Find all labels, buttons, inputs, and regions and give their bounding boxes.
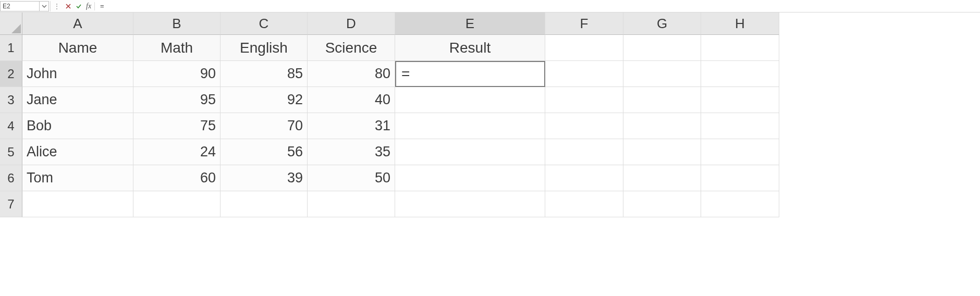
name-box-wrap [0,1,51,11]
cell-E1[interactable]: Result [395,35,545,61]
cell-G3[interactable] [623,87,701,113]
cell-B3[interactable]: 95 [133,87,220,113]
cell-F7[interactable] [545,191,623,217]
cell-A4[interactable]: Bob [22,113,133,139]
cell-G2[interactable] [623,61,701,87]
cell-D7[interactable] [308,191,395,217]
cell-H7[interactable] [701,191,779,217]
col-header-D[interactable]: D [308,13,395,35]
cell-F1[interactable] [545,35,623,61]
select-all-corner[interactable] [0,13,22,35]
name-box-dropdown[interactable] [40,1,49,11]
cell-D5[interactable]: 35 [308,139,395,165]
cell-D2[interactable]: 80 [308,61,395,87]
cell-A5[interactable]: Alice [22,139,133,165]
col-header-B[interactable]: B [133,13,220,35]
formula-input[interactable] [95,0,980,12]
cancel-button[interactable] [63,1,74,11]
row-header-3[interactable]: 3 [0,87,22,113]
cell-B7[interactable] [133,191,220,217]
cell-E5[interactable] [395,139,545,165]
formula-bar: ⋮ fx [0,0,980,13]
cell-E6[interactable] [395,165,545,191]
cell-E3[interactable] [395,87,545,113]
cell-A3[interactable]: Jane [22,87,133,113]
enter-button[interactable] [74,1,84,11]
cell-C6[interactable]: 39 [220,165,308,191]
row-header-4[interactable]: 4 [0,113,22,139]
cell-H2[interactable] [701,61,779,87]
cell-D3[interactable]: 40 [308,87,395,113]
cell-F4[interactable] [545,113,623,139]
col-header-F[interactable]: F [545,13,623,35]
row-header-6[interactable]: 6 [0,165,22,191]
cell-D6[interactable]: 50 [308,165,395,191]
cell-B4[interactable]: 75 [133,113,220,139]
name-box[interactable] [0,1,40,11]
row-header-5[interactable]: 5 [0,139,22,165]
cell-H5[interactable] [701,139,779,165]
cell-H1[interactable] [701,35,779,61]
chevron-down-icon [42,4,47,8]
cell-A7[interactable] [22,191,133,217]
cell-G4[interactable] [623,113,701,139]
cell-E7[interactable] [395,191,545,217]
cell-B1[interactable]: Math [133,35,220,61]
x-icon [65,3,71,9]
cell-editor[interactable] [400,62,540,86]
cell-H3[interactable] [701,87,779,113]
cell-C2[interactable]: 85 [220,61,308,87]
cell-G7[interactable] [623,191,701,217]
cell-C3[interactable]: 92 [220,87,308,113]
cell-G5[interactable] [623,139,701,165]
cell-B5[interactable]: 24 [133,139,220,165]
cell-B6[interactable]: 60 [133,165,220,191]
row-header-1[interactable]: 1 [0,35,22,61]
cell-H4[interactable] [701,113,779,139]
cell-E2[interactable] [395,61,545,87]
cell-F2[interactable] [545,61,623,87]
spreadsheet-grid[interactable]: A B C D E F G H 1 Name Math English Scie… [0,13,980,217]
check-icon [76,3,82,9]
formula-bar-separator: ⋮ [51,3,63,10]
cell-F6[interactable] [545,165,623,191]
cell-F5[interactable] [545,139,623,165]
fx-label[interactable]: fx [84,2,95,10]
cell-G6[interactable] [623,165,701,191]
cell-A2[interactable]: John [22,61,133,87]
cell-D4[interactable]: 31 [308,113,395,139]
col-header-G[interactable]: G [623,13,701,35]
cell-C1[interactable]: English [220,35,308,61]
row-header-2[interactable]: 2 [0,61,22,87]
cell-B2[interactable]: 90 [133,61,220,87]
cell-D1[interactable]: Science [308,35,395,61]
col-header-A[interactable]: A [22,13,133,35]
cell-A6[interactable]: Tom [22,165,133,191]
col-header-C[interactable]: C [220,13,308,35]
cell-G1[interactable] [623,35,701,61]
cell-C5[interactable]: 56 [220,139,308,165]
col-header-H[interactable]: H [701,13,779,35]
cell-F3[interactable] [545,87,623,113]
cell-C4[interactable]: 70 [220,113,308,139]
cell-E4[interactable] [395,113,545,139]
row-header-7[interactable]: 7 [0,191,22,217]
col-header-E[interactable]: E [395,13,545,35]
cell-C7[interactable] [220,191,308,217]
cell-H6[interactable] [701,165,779,191]
cell-A1[interactable]: Name [22,35,133,61]
